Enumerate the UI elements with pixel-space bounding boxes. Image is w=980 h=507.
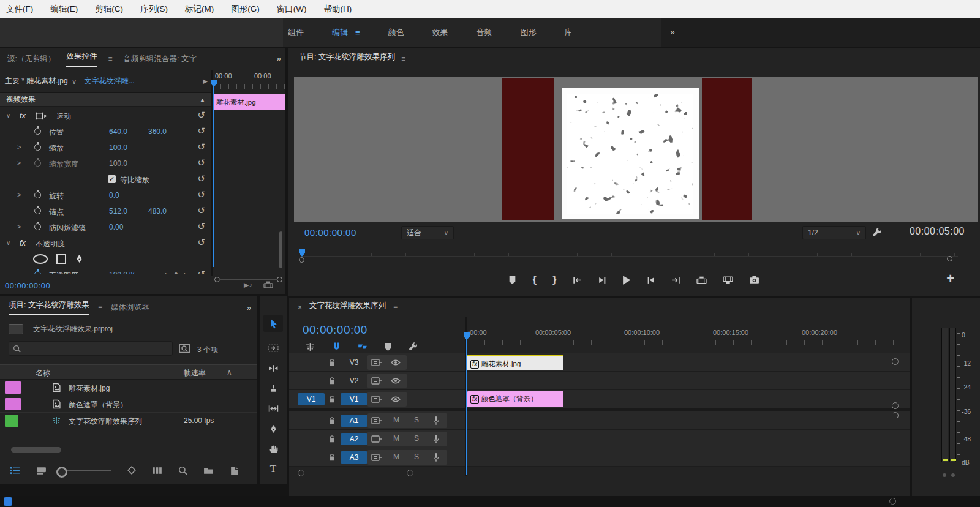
- column-name[interactable]: 名称: [36, 368, 50, 378]
- filmstrip-icon[interactable]: [152, 467, 162, 475]
- selection-tool[interactable]: [263, 315, 283, 332]
- toggle-animation-anti-flicker-icon[interactable]: [34, 223, 41, 230]
- add-marker-button[interactable]: [508, 276, 516, 285]
- mute-button[interactable]: M: [393, 453, 399, 461]
- close-tab-icon[interactable]: ×: [298, 303, 302, 312]
- scrub-track[interactable]: [303, 254, 958, 257]
- toggle-animation-opacity-icon[interactable]: [34, 271, 41, 274]
- scrub-right-handle[interactable]: [947, 256, 952, 261]
- new-item-icon[interactable]: [230, 466, 239, 475]
- nest-sequence-icon[interactable]: [305, 342, 315, 351]
- snap-icon[interactable]: [332, 342, 341, 351]
- effect-controls-ruler[interactable]: 00:00 00:00: [213, 72, 285, 91]
- prev-keyframe-icon[interactable]: ‹: [164, 270, 167, 274]
- icon-view-icon[interactable]: [36, 467, 47, 475]
- thumbnail-zoom-slider[interactable]: [62, 470, 111, 471]
- reset-uniform-scale-icon[interactable]: ↺: [197, 173, 205, 184]
- tab-sequence[interactable]: 文字花纹浮雕效果序列: [309, 301, 386, 315]
- toggle-animation-position-icon[interactable]: [34, 128, 41, 135]
- type-tool[interactable]: T: [263, 460, 283, 478]
- opacity-label[interactable]: 不透明度: [36, 239, 65, 249]
- sync-lock-icon[interactable]: [371, 396, 382, 403]
- collapse-opacity-icon[interactable]: ∨: [6, 239, 10, 246]
- master-caret-icon[interactable]: ∨: [72, 77, 77, 86]
- sync-lock-icon[interactable]: [371, 359, 382, 366]
- timeline-settings-icon[interactable]: [409, 342, 418, 351]
- voiceover-mic-icon[interactable]: [432, 453, 440, 462]
- workspace-tab-effects[interactable]: 效果: [432, 27, 448, 38]
- scrollbar-handle[interactable]: [277, 277, 282, 282]
- expand-rotation-icon[interactable]: >: [17, 191, 21, 198]
- video-effects-section-header[interactable]: 视频效果 ▲: [0, 93, 211, 107]
- menu-sequence[interactable]: 序列(S): [140, 4, 168, 15]
- menu-window[interactable]: 窗口(W): [277, 4, 307, 15]
- reset-scale-width-icon[interactable]: ↺: [197, 157, 205, 168]
- toggle-animation-rotation-icon[interactable]: [34, 192, 41, 198]
- app-taskbar-icon[interactable]: [4, 497, 12, 506]
- timeline-ruler[interactable]: :00:00 00:00:05:00 00:00:10:00 00:00:15:…: [467, 326, 910, 345]
- anchor-point-label[interactable]: 锚点: [49, 207, 64, 217]
- timeline-playhead[interactable]: [466, 339, 467, 475]
- collapse-motion-icon[interactable]: ∨: [6, 112, 10, 119]
- add-marker-icon[interactable]: [384, 342, 392, 351]
- workspace-overflow-icon[interactable]: »: [670, 27, 675, 37]
- track-content[interactable]: [467, 372, 910, 389]
- anti-flicker-value[interactable]: 0.00: [109, 223, 123, 231]
- sync-lock-icon[interactable]: [371, 435, 382, 443]
- panel-menu-icon[interactable]: ≡: [401, 54, 405, 63]
- expand-scale-width-icon[interactable]: >: [17, 159, 21, 167]
- track-height-handle[interactable]: [892, 402, 899, 409]
- position-label[interactable]: 位置: [49, 127, 64, 138]
- toggle-track-output-icon[interactable]: [391, 396, 401, 402]
- lock-icon[interactable]: [328, 358, 336, 367]
- settings-wrench-icon[interactable]: [872, 228, 882, 238]
- reset-position-icon[interactable]: ↺: [197, 126, 205, 137]
- program-scrub-bar[interactable]: [294, 249, 974, 262]
- export-frame-button[interactable]: [749, 276, 760, 284]
- zoom-level-dropdown[interactable]: 适合 ∨: [401, 226, 454, 239]
- track-content[interactable]: [467, 448, 910, 466]
- position-y-value[interactable]: 360.0: [148, 127, 167, 136]
- timeline-hscroll-handle[interactable]: [889, 498, 896, 505]
- panel-overflow-icon[interactable]: »: [274, 54, 281, 63]
- track-target-a1[interactable]: A1: [341, 415, 368, 427]
- toggle-animation-scale-icon[interactable]: [34, 144, 41, 151]
- reset-rotation-icon[interactable]: ↺: [197, 189, 205, 200]
- timeline-zoom-handle[interactable]: [298, 470, 304, 476]
- workspace-menu-icon[interactable]: ≡: [355, 28, 360, 37]
- voiceover-mic-icon[interactable]: [432, 434, 440, 444]
- project-hscrollbar[interactable]: [11, 447, 61, 453]
- find-icon[interactable]: [178, 466, 187, 475]
- track-target-a2[interactable]: A2: [341, 433, 368, 445]
- sort-direction-icon[interactable]: ∧: [227, 368, 232, 377]
- rect-mask-icon[interactable]: [56, 254, 66, 264]
- workspace-tab-assembly[interactable]: 组件: [288, 27, 304, 38]
- mark-out-button[interactable]: }: [552, 274, 557, 286]
- timeline-zoom-handle[interactable]: [407, 470, 413, 476]
- menu-file[interactable]: 文件(F): [6, 4, 33, 15]
- lock-icon[interactable]: [328, 395, 336, 404]
- menu-help[interactable]: 帮助(H): [323, 4, 352, 15]
- reset-anti-flicker-icon[interactable]: ↺: [197, 221, 205, 232]
- reset-scale-icon[interactable]: ↺: [197, 141, 205, 152]
- track-target-a3[interactable]: A3: [341, 451, 368, 464]
- menu-graphics[interactable]: 图形(G): [231, 4, 260, 15]
- motion-effect-row[interactable]: ∨ fx 运动 ↺: [0, 108, 211, 124]
- slip-tool[interactable]: [263, 400, 283, 417]
- sync-lock-icon[interactable]: [371, 377, 382, 385]
- mute-button[interactable]: M: [393, 416, 399, 424]
- effect-controls-playhead[interactable]: [213, 86, 214, 267]
- opacity-effect-row[interactable]: ∨ fx 不透明度 ↺: [0, 235, 211, 251]
- automate-to-sequence-icon[interactable]: [127, 466, 136, 475]
- audio-meter-left[interactable]: [941, 328, 948, 462]
- tab-media-browser[interactable]: 媒体浏览器: [111, 302, 149, 313]
- track-content[interactable]: [467, 430, 910, 448]
- track-target-v3[interactable]: V3: [341, 356, 368, 369]
- ellipse-mask-icon[interactable]: [33, 254, 48, 264]
- workspace-tab-color[interactable]: 颜色: [388, 27, 404, 38]
- opacity-value[interactable]: 100.0 %: [109, 271, 136, 274]
- anchor-y-value[interactable]: 483.0: [148, 207, 167, 216]
- go-to-in-button[interactable]: [573, 276, 582, 284]
- label-color-swatch[interactable]: [5, 381, 21, 394]
- solo-button[interactable]: S: [414, 434, 419, 443]
